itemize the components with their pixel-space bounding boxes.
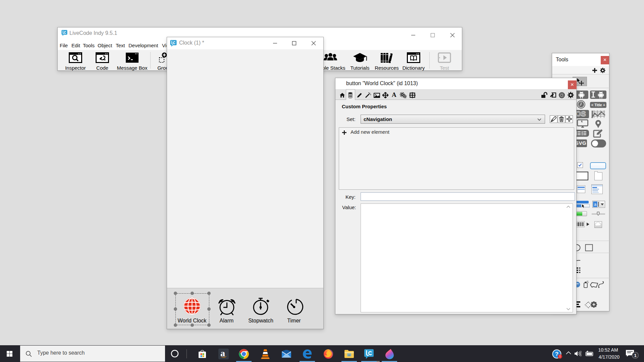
svg-text:1: 1 — [634, 353, 636, 358]
